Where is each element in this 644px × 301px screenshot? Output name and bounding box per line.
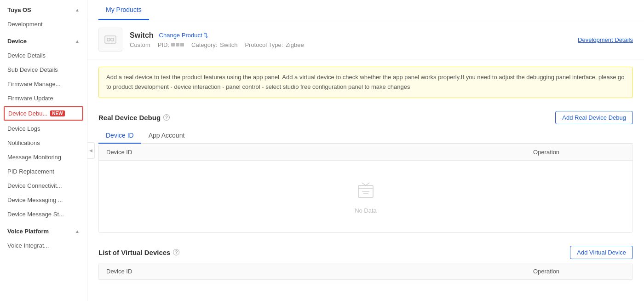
virtual-device-table: Device ID Operation <box>98 263 633 280</box>
virtual-device-title-row: List of Virtual Devices ? Add Virtual De… <box>98 240 633 263</box>
product-name: Switch <box>130 31 154 40</box>
top-navigation: My Products <box>87 0 644 20</box>
col-operation-virtual-header: Operation <box>533 268 625 275</box>
add-virtual-device-button[interactable]: Add Virtual Device <box>570 246 633 259</box>
no-data-icon <box>355 179 377 201</box>
empty-icon <box>355 179 377 203</box>
pid-dot-3 <box>180 43 184 46</box>
sidebar-section-tuya-os: Tuya OS ▲ Development <box>0 0 87 31</box>
col-device-id-virtual-header: Device ID <box>106 268 533 275</box>
real-device-section: Real Device Debug ? Add Real Device Debu… <box>87 105 644 240</box>
chevron-up-icon-device: ▲ <box>75 39 80 44</box>
sidebar-section-voice: Voice Platform ▲ Voice Integrat... <box>0 221 87 253</box>
content-area: Switch Change Product ⇅ Custom PID: <box>87 20 644 301</box>
sidebar-item-device-connectivity[interactable]: Device Connectivit... <box>0 179 87 193</box>
tab-my-products[interactable]: My Products <box>98 0 149 20</box>
svg-rect-4 <box>362 191 369 192</box>
change-product-button[interactable]: Change Product ⇅ <box>159 32 208 39</box>
sidebar-section-device: Device ▲ Device Details Sub Device Detai… <box>0 31 87 221</box>
protocol-label: Protocol Type: Zigbee <box>245 41 304 48</box>
new-badge: NEW <box>50 110 64 116</box>
sidebar-item-device-logs[interactable]: Device Logs <box>0 122 87 136</box>
pid-dots <box>171 43 184 46</box>
sidebar-section-title-device: Device <box>7 38 27 45</box>
real-device-title: Real Device Debug ? <box>98 114 170 122</box>
table-header-real: Device ID Operation <box>99 144 632 161</box>
sidebar-item-firmware-manage[interactable]: Firmware Manage... <box>0 77 87 91</box>
sidebar-item-firmware-update[interactable]: Firmware Update <box>0 91 87 105</box>
product-custom: Custom <box>130 41 150 48</box>
no-data-text: No Data <box>355 207 377 214</box>
table-empty-state: No Data <box>99 161 632 232</box>
main-content: My Products Switch Change Product ⇅ <box>87 0 644 301</box>
switch-icon <box>103 32 118 47</box>
pid-block: PID: <box>158 41 184 48</box>
col-device-id-header: Device ID <box>106 149 533 156</box>
help-icon-real-device[interactable]: ? <box>163 114 170 121</box>
svg-rect-5 <box>363 193 368 194</box>
table-header-virtual: Device ID Operation <box>99 263 632 280</box>
col-operation-header: Operation <box>533 149 625 156</box>
sidebar-item-sub-device-details[interactable]: Sub Device Details <box>0 63 87 77</box>
sidebar-item-device-message-st[interactable]: Device Message St... <box>0 207 87 221</box>
real-device-title-row: Real Device Debug ? Add Real Device Debu… <box>98 105 633 128</box>
development-details-link[interactable]: Development Details <box>578 36 633 43</box>
sidebar-section-title: Tuya OS <box>7 6 31 13</box>
sidebar: Tuya OS ▲ Development Device ▲ Device De… <box>0 0 87 301</box>
sidebar-item-message-monitoring[interactable]: Message Monitoring <box>0 150 87 164</box>
add-real-device-button[interactable]: Add Real Device Debug <box>555 111 633 124</box>
product-meta: Custom PID: Category: Switch <box>130 41 570 48</box>
sidebar-item-pid-replacement[interactable]: PID Replacement <box>0 164 87 179</box>
chevron-up-icon-voice: ▲ <box>75 229 80 234</box>
sidebar-item-device-debug[interactable]: Device Debu... NEW <box>4 106 83 121</box>
virtual-device-title: List of Virtual Devices ? <box>98 249 179 256</box>
sidebar-item-device-details[interactable]: Device Details <box>0 48 87 63</box>
sort-icon: ⇅ <box>203 32 208 39</box>
product-name-row: Switch Change Product ⇅ <box>130 31 570 40</box>
pid-dot-2 <box>176 43 179 46</box>
category-label: Category: Switch <box>191 41 237 48</box>
tab-app-account[interactable]: App Account <box>141 128 192 144</box>
help-icon-virtual-device[interactable]: ? <box>173 249 179 255</box>
virtual-device-section: List of Virtual Devices ? Add Virtual De… <box>87 240 644 288</box>
product-info: Switch Change Product ⇅ Custom PID: <box>130 31 570 48</box>
product-icon <box>98 28 122 52</box>
sidebar-item-notifications[interactable]: Notifications <box>0 136 87 150</box>
real-device-tabs: Device ID App Account <box>98 128 633 144</box>
product-header: Switch Change Product ⇅ Custom PID: <box>87 20 644 59</box>
sidebar-collapse-button[interactable]: ◀ <box>87 142 95 159</box>
svg-rect-0 <box>105 36 116 43</box>
chevron-up-icon: ▲ <box>75 7 80 12</box>
sidebar-item-device-messaging[interactable]: Device Messaging ... <box>0 193 87 207</box>
sidebar-section-header-voice[interactable]: Voice Platform ▲ <box>0 221 87 238</box>
sidebar-item-development[interactable]: Development <box>0 17 87 31</box>
sidebar-section-title-voice: Voice Platform <box>7 228 49 235</box>
tab-device-id[interactable]: Device ID <box>98 128 141 144</box>
sidebar-section-header-tuya-os[interactable]: Tuya OS ▲ <box>0 0 87 17</box>
info-banner: Add a real device to test the product fe… <box>98 67 633 98</box>
real-device-table: Device ID Operation No Data <box>98 144 633 233</box>
pid-dot-1 <box>171 43 175 46</box>
sidebar-section-header-device[interactable]: Device ▲ <box>0 31 87 48</box>
sidebar-item-voice-integrat[interactable]: Voice Integrat... <box>0 238 87 253</box>
